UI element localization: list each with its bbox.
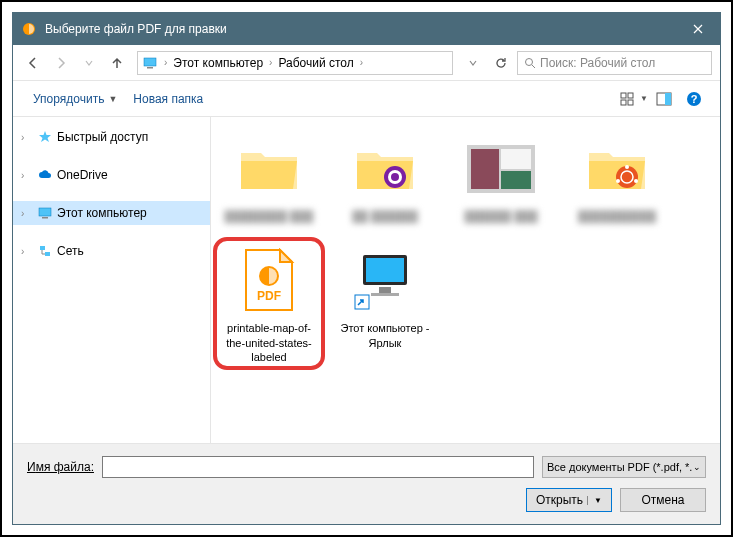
new-folder-button[interactable]: Новая папка	[125, 88, 211, 110]
filetype-label: Все документы PDF (*.pdf, *.pc	[547, 461, 693, 473]
svg-rect-15	[45, 252, 50, 256]
filename-label: Имя файла:	[27, 460, 94, 474]
star-icon	[37, 129, 53, 145]
refresh-button[interactable]	[489, 51, 513, 75]
chevron-down-icon: ▼	[108, 94, 117, 104]
folder-item[interactable]: ██████████	[567, 129, 667, 227]
svg-rect-7	[628, 100, 633, 105]
preview-pane-icon	[656, 92, 672, 106]
pc-shortcut-icon	[353, 249, 417, 313]
svg-point-18	[391, 173, 399, 181]
svg-rect-14	[40, 246, 45, 250]
refresh-icon	[494, 56, 508, 70]
filetype-dropdown[interactable]: Все документы PDF (*.pdf, *.pc ⌄	[542, 456, 706, 478]
sidebar-item-label: Сеть	[57, 244, 84, 258]
open-button[interactable]: Открыть ▼	[526, 488, 612, 512]
tiles-icon	[620, 92, 638, 106]
image-icon	[467, 145, 535, 193]
folder-item[interactable]: ██ ██████	[335, 129, 435, 227]
bottom-panel: Имя файла: Все документы PDF (*.pdf, *.p…	[13, 443, 720, 524]
nav-bar: › Этот компьютер › Рабочий стол › Поиск:…	[13, 45, 720, 81]
help-icon: ?	[686, 91, 702, 107]
chevron-right-icon: ›	[360, 57, 363, 68]
breadcrumb-dropdown[interactable]	[461, 51, 485, 75]
chevron-down-icon	[85, 59, 93, 67]
cloud-icon	[37, 167, 53, 183]
svg-point-23	[616, 166, 638, 188]
search-input[interactable]: Поиск: Рабочий стол	[517, 51, 712, 75]
chevron-right-icon: ›	[269, 57, 272, 68]
recent-button[interactable]	[77, 51, 101, 75]
chevron-right-icon: ›	[21, 208, 33, 219]
split-chevron-icon: ▼	[587, 496, 602, 505]
svg-rect-22	[501, 171, 531, 189]
toolbar: Упорядочить ▼ Новая папка ▼ ?	[13, 81, 720, 117]
titlebar: Выберите файл PDF для правки	[13, 13, 720, 45]
svg-point-3	[526, 58, 533, 65]
folder-icon	[585, 143, 649, 195]
folder-icon	[353, 143, 417, 195]
svg-rect-1	[144, 58, 156, 66]
dialog-title: Выберите файл PDF для правки	[45, 22, 675, 36]
sidebar-item-label: Этот компьютер	[57, 206, 147, 220]
help-button[interactable]: ?	[680, 87, 708, 111]
chevron-down-icon	[469, 59, 477, 67]
pc-icon	[37, 205, 53, 221]
arrow-right-icon	[54, 56, 68, 70]
back-button[interactable]	[21, 51, 45, 75]
image-item[interactable]: ██████ ███	[451, 129, 551, 227]
pdf-file-item[interactable]: PDF printable-map-of-the-united-states-l…	[219, 241, 319, 368]
search-placeholder: Поиск: Рабочий стол	[540, 56, 655, 70]
chevron-right-icon: ›	[21, 246, 33, 257]
search-icon	[524, 57, 536, 69]
sidebar-item-this-pc[interactable]: › Этот компьютер	[13, 201, 210, 225]
svg-rect-32	[379, 287, 391, 293]
svg-point-25	[625, 165, 629, 169]
folder-icon	[237, 143, 301, 195]
file-label: printable-map-of-the-united-states-label…	[223, 321, 315, 364]
folder-item[interactable]: ████████ ███	[219, 129, 319, 227]
file-label: ██████ ███	[464, 209, 537, 223]
file-label: ██ ██████	[352, 209, 417, 223]
shortcut-item[interactable]: Этот компьютер - Ярлык	[335, 241, 435, 368]
sidebar-item-network[interactable]: › Сеть	[13, 239, 210, 263]
breadcrumb[interactable]: › Этот компьютер › Рабочий стол ›	[137, 51, 453, 75]
file-list: ████████ ███ ██ ██████ ██████ ███ ██████…	[211, 117, 720, 443]
svg-rect-13	[42, 217, 48, 219]
sidebar-item-onedrive[interactable]: › OneDrive	[13, 163, 210, 187]
svg-rect-9	[665, 93, 671, 105]
file-label: ████████ ███	[225, 209, 314, 223]
sidebar-item-quick-access[interactable]: › Быстрый доступ	[13, 125, 210, 149]
chevron-right-icon: ›	[21, 132, 33, 143]
svg-text:?: ?	[691, 93, 698, 105]
organize-button[interactable]: Упорядочить ▼	[25, 88, 125, 110]
svg-rect-2	[147, 67, 153, 69]
svg-point-27	[634, 179, 638, 183]
svg-rect-21	[501, 149, 531, 169]
svg-rect-33	[371, 293, 399, 296]
view-preview-button[interactable]	[650, 87, 678, 111]
arrow-left-icon	[26, 56, 40, 70]
chevron-right-icon: ›	[164, 57, 167, 68]
file-open-dialog: Выберите файл PDF для правки › Этот комп…	[12, 12, 721, 525]
close-icon	[693, 24, 703, 34]
filename-input[interactable]	[102, 456, 534, 478]
svg-rect-31	[366, 258, 404, 282]
up-button[interactable]	[105, 51, 129, 75]
pdf-icon: PDF	[242, 248, 296, 314]
svg-point-26	[616, 179, 620, 183]
forward-button[interactable]	[49, 51, 73, 75]
close-button[interactable]	[675, 13, 720, 45]
sidebar-item-label: OneDrive	[57, 168, 108, 182]
breadcrumb-item[interactable]: Рабочий стол	[274, 56, 357, 70]
view-icons-button[interactable]: ▼	[620, 87, 648, 111]
breadcrumb-item[interactable]: Этот компьютер	[169, 56, 267, 70]
file-label: Этот компьютер - Ярлык	[339, 321, 431, 350]
chevron-down-icon: ⌄	[693, 462, 701, 472]
cancel-button[interactable]: Отмена	[620, 488, 706, 512]
svg-rect-12	[39, 208, 51, 216]
svg-rect-5	[628, 93, 633, 98]
svg-rect-4	[621, 93, 626, 98]
svg-rect-6	[621, 100, 626, 105]
file-label: ██████████	[578, 209, 656, 223]
